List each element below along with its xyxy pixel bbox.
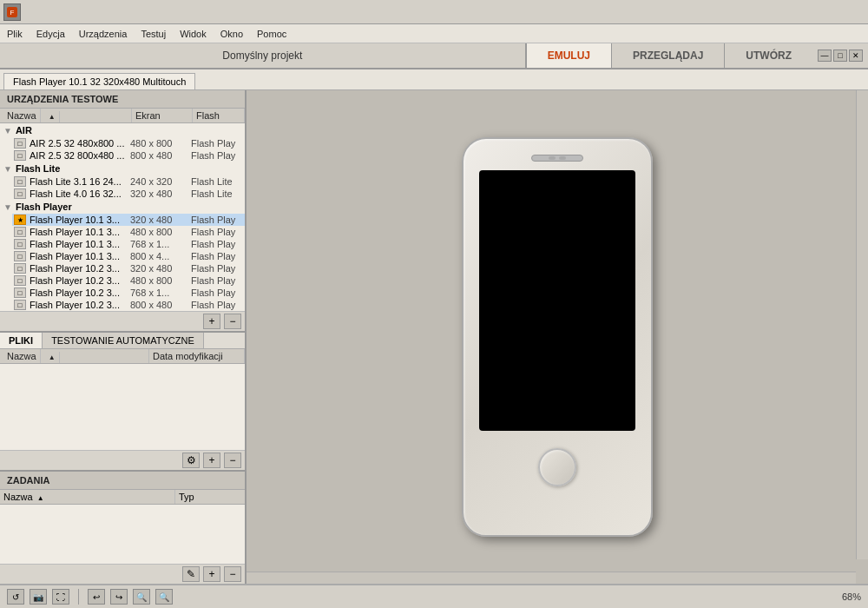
device-icon: □ (14, 138, 26, 149)
item-screen: 768 x 1... (130, 239, 191, 249)
screenshot-icon[interactable]: 📷 (30, 589, 47, 605)
item-name: Flash Player 10.1 3... (30, 227, 130, 237)
item-flash: Flash Play (191, 138, 243, 149)
device-icon: □ (14, 227, 26, 237)
device-icon: □ (14, 275, 26, 286)
file-tab[interactable]: Flash Player 10.1 32 320x480 Multitouch (3, 73, 195, 89)
item-screen: 240 x 320 (130, 176, 191, 187)
speaker-dot (559, 156, 566, 160)
list-item[interactable]: □ Flash Player 10.2 3... 768 x 1... Flas… (12, 287, 245, 299)
remove-task-button[interactable]: − (224, 566, 241, 582)
item-flash: Flash Play (191, 239, 243, 249)
device-icon: □ (14, 176, 26, 187)
list-item[interactable]: □ Flash Player 10.2 3... 320 x 480 Flash… (12, 262, 245, 274)
list-item[interactable]: ★ Flash Player 10.1 3... 320 x 480 Flash… (12, 214, 245, 226)
item-screen: 768 x 1... (130, 287, 191, 298)
tabbar: Flash Player 10.1 32 320x480 Multitouch (0, 69, 868, 90)
item-name: Flash Player 10.1 3... (30, 239, 130, 249)
item-screen: 480 x 800 (130, 138, 191, 149)
list-item[interactable]: □ AIR 2.5 32 480x800 ... 480 x 800 Flash… (12, 137, 245, 149)
rotate-icon[interactable]: ↺ (7, 589, 24, 605)
menu-item-pomoc[interactable]: Pomoc (250, 27, 293, 41)
topnav: Domyślny projekt EMULUJ PRZEGLĄDAJ UTWÓR… (0, 43, 868, 69)
item-screen: 800 x 4... (130, 251, 191, 261)
col-flash: Flash (193, 109, 245, 122)
item-screen: 480 x 800 (130, 227, 191, 237)
files-col-header: Nazwa ▲ Data modyfikacji (0, 349, 245, 364)
redo-icon[interactable]: ↪ (110, 589, 128, 605)
item-screen: 320 x 480 (130, 188, 191, 199)
zoom-in-icon[interactable]: 🔍 (155, 589, 173, 605)
tasks-content (0, 505, 245, 564)
horizontal-scrollbar[interactable] (247, 572, 856, 584)
tasks-col-header: Nazwa ▲ Typ (0, 490, 245, 505)
device-icon: □ (14, 188, 26, 199)
item-name: Flash Player 10.2 3... (30, 263, 130, 274)
list-item[interactable]: □ Flash Player 10.1 3... 768 x 1... Flas… (12, 238, 245, 250)
list-item[interactable]: □ Flash Player 10.1 3... 480 x 800 Flash… (12, 226, 245, 238)
files-tabs: PLIKI TESTOWANIE AUTOMATYCZNE (0, 333, 245, 349)
tasks-col-name: Nazwa ▲ (0, 490, 175, 504)
add-task-button[interactable]: + (203, 566, 220, 582)
vertical-scrollbar[interactable] (856, 90, 868, 559)
folder-air-label: AIR (16, 125, 32, 135)
devices-panel: URZĄDZENIA TESTOWE Nazwa ▲ Ekran Flash ▼… (0, 90, 245, 333)
files-col-date: Data modyfikacji (149, 349, 245, 363)
folder-flash-lite-label: Flash Lite (16, 163, 60, 174)
remove-device-button[interactable]: − (224, 314, 241, 329)
left-panel: URZĄDZENIA TESTOWE Nazwa ▲ Ekran Flash ▼… (0, 90, 247, 584)
tab-pliki[interactable]: PLIKI (0, 333, 43, 348)
folder-flash-lite[interactable]: ▼ Flash Lite (0, 162, 245, 175)
devices-tree[interactable]: ▼ AIR □ AIR 2.5 32 480x800 ... 480 x 800… (0, 123, 245, 311)
remove-file-button[interactable]: − (224, 453, 241, 468)
item-name: Flash Lite 4.0 16 32... (30, 188, 130, 199)
col-ekran: Ekran (132, 109, 193, 122)
list-item[interactable]: □ Flash Player 10.2 3... 480 x 800 Flash… (12, 274, 245, 287)
item-flash: Flash Play (191, 275, 243, 286)
list-item[interactable]: □ Flash Player 10.1 3... 800 x 4... Flas… (12, 250, 245, 262)
list-item[interactable]: □ Flash Player 10.2 3... 800 x 480 Flash… (12, 299, 245, 311)
folder-expand-icon: ▼ (3, 202, 12, 212)
item-name: Flash Player 10.2 3... (30, 275, 130, 286)
item-name: Flash Player 10.2 3... (30, 287, 130, 298)
item-name: AIR 2.5 32 480x800 ... (30, 138, 130, 149)
list-item[interactable]: □ AIR 2.5 32 800x480 ... 800 x 480 Flash… (12, 149, 245, 162)
phone-screen (479, 170, 635, 431)
tab-testowanie[interactable]: TESTOWANIE AUTOMATYCZNE (43, 333, 204, 348)
close-button[interactable]: ✕ (849, 50, 863, 62)
list-item[interactable]: □ Flash Lite 3.1 16 24... 240 x 320 Flas… (12, 175, 245, 188)
device-icon: □ (14, 287, 26, 298)
item-flash: Flash Play (191, 150, 243, 161)
fullscreen-icon[interactable]: ⛶ (52, 589, 69, 605)
files-toolbar: ⚙ + − (0, 450, 245, 470)
phone-home-button[interactable] (538, 448, 576, 486)
tab-emuluj[interactable]: EMULUJ (526, 43, 611, 68)
speaker-dot (549, 156, 556, 160)
undo-icon[interactable]: ↩ (88, 589, 105, 605)
tab-przegladaj[interactable]: PRZEGLĄDAJ (611, 43, 724, 68)
list-item[interactable]: □ Flash Lite 4.0 16 32... 320 x 480 Flas… (12, 188, 245, 200)
folder-flash-player[interactable]: ▼ Flash Player (0, 200, 245, 214)
add-device-button[interactable]: + (203, 314, 220, 329)
settings-button[interactable]: ⚙ (182, 453, 200, 468)
tasks-col-type: Typ (175, 490, 245, 504)
menu-item-edycja[interactable]: Edycja (30, 27, 72, 41)
edit-task-button[interactable]: ✎ (182, 566, 200, 582)
device-icon: □ (14, 300, 26, 310)
zoom-out-icon[interactable]: 🔍 (133, 589, 150, 605)
project-label: Domyślny projekt (0, 43, 526, 68)
tab-utworz[interactable]: UTWÓRZ (724, 43, 812, 68)
phone-preview (462, 137, 653, 537)
menu-item-widok[interactable]: Widok (173, 27, 214, 41)
add-file-button[interactable]: + (203, 453, 220, 468)
item-screen: 800 x 480 (130, 150, 191, 161)
restore-button[interactable]: □ (833, 50, 847, 62)
menu-item-urządzenia[interactable]: Urządzenia (72, 27, 135, 41)
menu-item-testuj[interactable]: Testuj (134, 27, 173, 41)
menu-item-okno[interactable]: Okno (214, 27, 250, 41)
col-nazwa: Nazwa ▲ (0, 109, 132, 122)
menu-item-plik[interactable]: Plik (0, 27, 30, 41)
minimize-button[interactable]: — (818, 50, 832, 62)
item-name: AIR 2.5 32 800x480 ... (30, 150, 130, 161)
folder-air[interactable]: ▼ AIR (0, 123, 245, 137)
